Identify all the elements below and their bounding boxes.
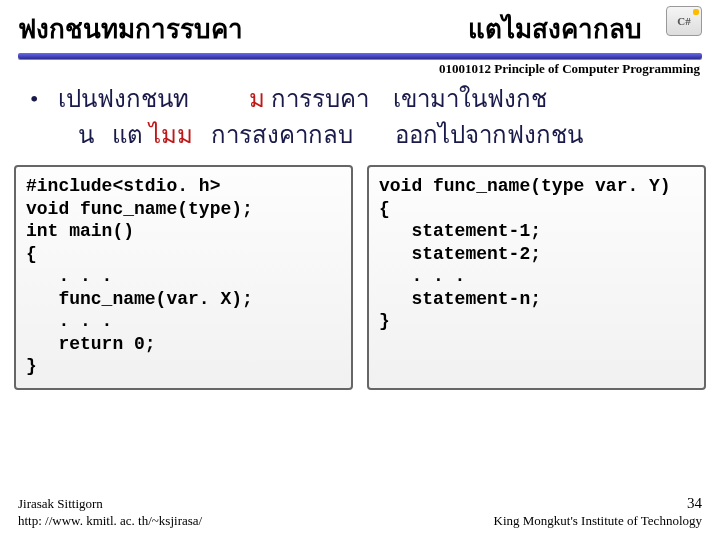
text-seg: การสงคากลบ bbox=[193, 122, 353, 148]
institution: King Mongkut's Institute of Technology bbox=[494, 513, 702, 530]
footer-right: 34 King Mongkut's Institute of Technolog… bbox=[494, 494, 702, 530]
bullet-icon: • bbox=[30, 81, 58, 117]
text-seg: เปนฟงกชนท bbox=[58, 81, 189, 117]
code-box-left: #include<stdio. h> void func_name(type);… bbox=[14, 165, 353, 390]
author-name: Jirasak Sittigorn bbox=[18, 496, 202, 513]
text-seg: การรบคา bbox=[265, 81, 369, 117]
code-box-right: void func_name(type var. Y) { statement-… bbox=[367, 165, 706, 390]
course-code: 01001012 Principle of Computer Programmi… bbox=[0, 59, 720, 77]
red-word: ม bbox=[249, 86, 265, 112]
title-right: แตไมสงคากลบ bbox=[468, 8, 642, 49]
slide-body: • เปนฟงกชนท ม การรบคา เขามาในฟงกช น แต ไ… bbox=[0, 77, 720, 161]
text-seg-red: ไมม bbox=[149, 122, 193, 148]
slide-footer: Jirasak Sittigorn http: //www. kmitl. ac… bbox=[0, 494, 720, 530]
slide-header: ฟงกชนทมการรบคา แตไมสงคากลบ bbox=[0, 0, 720, 49]
text-seg: ออกไปจากฟงกชน bbox=[353, 122, 583, 148]
code-row: #include<stdio. h> void func_name(type);… bbox=[0, 161, 720, 390]
language-badge-icon: C# bbox=[666, 6, 702, 36]
footer-left: Jirasak Sittigorn http: //www. kmitl. ac… bbox=[18, 496, 202, 530]
text-seg: เขามาในฟงกช bbox=[369, 81, 547, 117]
body-line-1: • เปนฟงกชนท ม การรบคา เขามาในฟงกช bbox=[30, 81, 690, 117]
body-line-2: น แต ไมม การสงคากลบ ออกไปจากฟงกชน bbox=[30, 117, 690, 153]
page-number: 34 bbox=[494, 494, 702, 514]
text-seg: น แต bbox=[78, 122, 149, 148]
author-url: http: //www. kmitl. ac. th/~ksjirasa/ bbox=[18, 513, 202, 530]
text-seg-red: ม bbox=[189, 81, 265, 117]
title-left: ฟงกชนทมการรบคา bbox=[18, 8, 243, 49]
